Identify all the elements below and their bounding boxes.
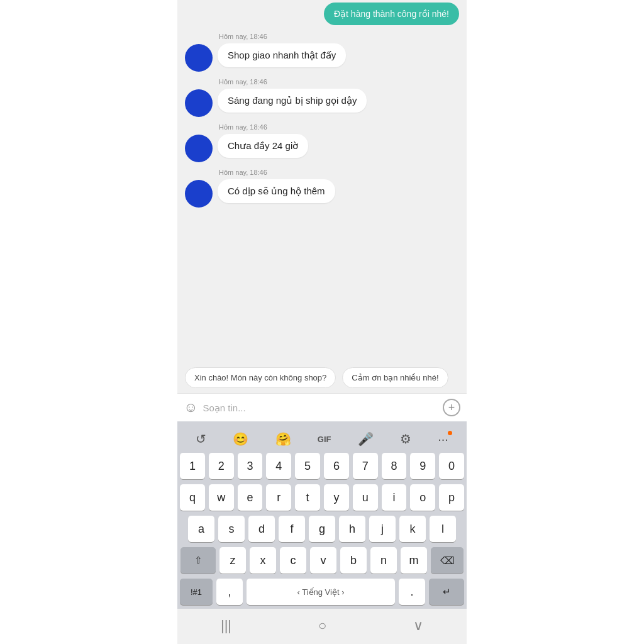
avatar [185, 180, 213, 208]
kb-row-q: q w e r t y u i o p [180, 484, 464, 511]
chat-area: Đặt hàng thành công rồi nhé! Hôm nay, 18… [177, 0, 467, 362]
message-row: Hôm nay, 18:46 Có dịp sẽ ủng hộ thêm [185, 169, 459, 208]
message-time: Hôm nay, 18:46 [219, 169, 335, 176]
kb-key-backspace[interactable]: ⌫ [431, 547, 464, 574]
kb-key-d[interactable]: d [248, 516, 275, 542]
message-time: Hôm nay, 18:46 [219, 33, 346, 40]
phone-container: Đặt hàng thành công rồi nhé! Hôm nay, 18… [177, 0, 467, 644]
message-bubble: Sáng đang ngủ bị ship gọi dậy [218, 89, 367, 113]
avatar [185, 135, 213, 162]
kb-key-8[interactable]: 8 [382, 453, 407, 479]
kb-key-1[interactable]: 1 [180, 453, 205, 479]
kb-key-l[interactable]: l [430, 516, 456, 542]
kb-row-a: a s d f g h j k l [180, 516, 464, 542]
kb-key-v[interactable]: v [310, 547, 336, 574]
message-content: Hôm nay, 18:46 Có dịp sẽ ủng hộ thêm [218, 169, 335, 203]
kb-tool-more[interactable]: ··· [434, 431, 452, 448]
nav-home[interactable]: ○ [308, 615, 336, 636]
kb-tool-settings[interactable]: ⚙ [396, 430, 415, 448]
kb-key-f[interactable]: f [279, 516, 305, 542]
input-bar: ☺ + [177, 393, 467, 421]
kb-key-3[interactable]: 3 [238, 453, 263, 479]
message-row: Hôm nay, 18:46 Shop giao nhanh thật đấy [185, 33, 459, 72]
avatar [185, 89, 213, 117]
kb-tool-emoji[interactable]: 😊 [229, 430, 252, 448]
kb-key-6[interactable]: 6 [324, 453, 349, 479]
message-row: Hôm nay, 18:46 Sáng đang ngủ bị ship gọi… [185, 78, 459, 117]
kb-key-x[interactable]: x [250, 547, 276, 574]
kb-key-5[interactable]: 5 [295, 453, 320, 479]
kb-key-m[interactable]: m [401, 547, 427, 574]
nav-bar: ||| ○ ∨ [177, 609, 467, 644]
kb-key-n[interactable]: n [370, 547, 397, 574]
message-row: Hôm nay, 18:46 Chưa đầy 24 giờ [185, 123, 459, 162]
kb-key-4[interactable]: 4 [266, 453, 291, 479]
keyboard-toolbar: ↺ 😊 🤗 GIF 🎤 ⚙ ··· [180, 425, 464, 453]
message-bubble: Có dịp sẽ ủng hộ thêm [218, 179, 335, 203]
message-content: Hôm nay, 18:46 Shop giao nhanh thật đấy [218, 33, 346, 67]
kb-key-space[interactable]: ‹ Tiếng Việt › [247, 579, 395, 605]
kb-key-i[interactable]: i [382, 484, 407, 511]
kb-key-9[interactable]: 9 [410, 453, 435, 479]
message-time: Hôm nay, 18:46 [219, 78, 367, 86]
kb-key-dot[interactable]: . [399, 579, 425, 605]
quick-reply-0[interactable]: Xin chào! Món này còn không shop? [185, 367, 336, 388]
kb-row-z: ⇧ z x c v b n m ⌫ [180, 547, 464, 574]
kb-tool-mic[interactable]: 🎤 [354, 430, 377, 448]
kb-row-bottom: !#1 , ‹ Tiếng Việt › . ↵ [180, 579, 464, 605]
kb-key-o[interactable]: o [410, 484, 435, 511]
kb-tool-history[interactable]: ↺ [192, 430, 210, 448]
kb-key-h[interactable]: h [339, 516, 365, 542]
kb-key-g[interactable]: g [309, 516, 335, 542]
quick-reply-1[interactable]: Cảm ơn bạn nhiều nhé! [342, 367, 448, 388]
nav-back[interactable]: ||| [211, 615, 242, 636]
nav-recent[interactable]: ∨ [403, 615, 433, 636]
kb-tool-sticker[interactable]: 🤗 [272, 430, 295, 448]
kb-key-comma[interactable]: , [216, 579, 243, 605]
kb-key-2[interactable]: 2 [209, 453, 234, 479]
kb-key-j[interactable]: j [369, 516, 396, 542]
kb-key-a[interactable]: a [188, 516, 214, 542]
kb-key-k[interactable]: k [399, 516, 426, 542]
sent-bubble-partial: Đặt hàng thành công rồi nhé! [324, 3, 459, 25]
kb-key-symbols[interactable]: !#1 [180, 579, 213, 605]
kb-key-y[interactable]: y [324, 484, 349, 511]
message-bubble: Shop giao nhanh thật đấy [218, 43, 346, 67]
kb-key-shift[interactable]: ⇧ [180, 547, 216, 574]
kb-key-z[interactable]: z [219, 547, 246, 574]
add-button[interactable]: + [443, 399, 460, 416]
kb-key-s[interactable]: s [218, 516, 245, 542]
kb-key-w[interactable]: w [209, 484, 234, 511]
message-bubble: Chưa đầy 24 giờ [218, 134, 308, 158]
quick-replies: Xin chào! Món này còn không shop? Cảm ơn… [177, 362, 467, 393]
kb-key-p[interactable]: p [439, 484, 464, 511]
kb-key-7[interactable]: 7 [353, 453, 378, 479]
kb-rows: 1 2 3 4 5 6 7 8 9 0 q w e r t y u i [180, 453, 464, 609]
kb-row-numbers: 1 2 3 4 5 6 7 8 9 0 [180, 453, 464, 479]
kb-key-0[interactable]: 0 [439, 453, 464, 479]
kb-key-q[interactable]: q [180, 484, 205, 511]
message-time: Hôm nay, 18:46 [219, 123, 308, 131]
kb-key-e[interactable]: e [238, 484, 263, 511]
kb-key-b[interactable]: b [340, 547, 367, 574]
message-input[interactable] [203, 402, 438, 413]
kb-key-t[interactable]: t [295, 484, 320, 511]
kb-key-enter[interactable]: ↵ [429, 579, 464, 605]
message-content: Hôm nay, 18:46 Chưa đầy 24 giờ [218, 123, 308, 158]
message-content: Hôm nay, 18:46 Sáng đang ngủ bị ship gọi… [218, 78, 367, 113]
kb-key-r[interactable]: r [266, 484, 291, 511]
emoji-button[interactable]: ☺ [184, 399, 197, 416]
keyboard: ↺ 😊 🤗 GIF 🎤 ⚙ ··· 1 2 3 4 5 6 7 8 9 0 [177, 421, 467, 609]
avatar [185, 44, 213, 72]
kb-key-c[interactable]: c [280, 547, 306, 574]
kb-key-u[interactable]: u [353, 484, 378, 511]
kb-tool-gif[interactable]: GIF [314, 433, 335, 445]
